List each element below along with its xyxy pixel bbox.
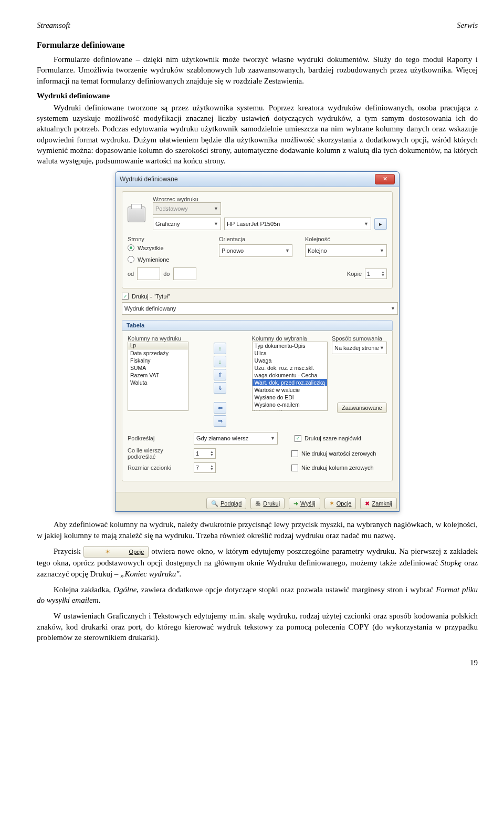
radio-wymienione[interactable] [128,256,134,263]
orient-combo[interactable]: Pionowo▼ [219,244,292,257]
rozmiar-label: Rozmiar czcionki [128,465,191,471]
list-item[interactable]: Wart. dok. przed roz.zaliczką [253,379,327,386]
radio-wymienione-label: Wymienione [138,256,169,263]
drukuj-tytul-label: Drukuj - "Tytuł" [132,293,170,300]
opcje-inline-button[interactable]: ✶Opcje [83,546,149,558]
kol-wydruk-label: Kolumny na wydruku [128,335,188,342]
podglad-button[interactable]: 🔍Podgląd [206,498,246,509]
send-icon: ➜ [293,500,298,507]
list-item[interactable]: Wartość w walucie [253,386,327,394]
list-item[interactable]: Wysłano do EDI [253,394,327,401]
dialog-wydruki: Wydruki definiowane ✕ Wzorzec wydruku Po… [115,171,400,512]
header-right: Serwis [457,21,478,30]
paragraph-2: Wydruki definiowane tworzone są przez uż… [37,102,478,167]
kol-wydruk-list[interactable]: Lp Data sprzedaży Fiskalny SUMA Razem VA… [128,342,188,411]
drukuj-tytul-check[interactable]: ✓ [122,293,129,300]
kol-wyb-list[interactable]: Typ dokumentu-Opis Ulica Uwaga Uzu. dok.… [252,342,328,411]
move-left-button[interactable]: ⇐ [214,402,226,414]
magnifier-icon: 🔍 [211,500,218,507]
section-title: Formularze definiowane [37,40,478,50]
move-right-button[interactable]: ⇒ [214,415,226,427]
printer-next-button[interactable]: ▸ [374,218,387,230]
list-header: Lp [128,342,188,349]
list-item[interactable]: Razem VAT [128,372,188,379]
zaawansowane-button[interactable]: Zaawansowane [337,403,387,413]
kol-wyb-label: Kolumny do wybrania [252,335,328,342]
od-input[interactable] [137,267,160,280]
header-left: Streamsoft [37,21,70,30]
list-item[interactable]: Ulica [253,349,327,357]
list-item[interactable]: Wysłano e-mailem [253,401,327,408]
subheading: Wydruki definiowane [37,91,478,100]
list-item[interactable]: Waluta [128,379,188,386]
sposob-label: Sposób sumowania [332,335,387,342]
paragraph-6: W ustawieniach Graficznych i Tekstowych … [37,611,478,643]
od-label: od [128,271,134,277]
niewart-label: Nie drukuj wartości zerowych [301,450,376,457]
paragraph-5: Kolejna zakładka, Ogólne, zawiera dodatk… [37,584,478,606]
kopie-label: Kopie [347,271,362,277]
opcje-button[interactable]: ✶Opcje [324,498,356,509]
kolejnosc-combo[interactable]: Kolejno▼ [305,244,387,257]
zamknij-button[interactable]: ✖Zamknij [360,498,397,509]
gear-icon: ✶ [88,548,110,556]
close-icon: ✖ [365,500,370,507]
close-icon[interactable]: ✕ [375,174,395,184]
dialog-title: Wydruki definiowane [120,176,178,183]
coile-label: Co ile wierszy podkreślać [128,447,191,460]
orient-label: Orientacja [219,236,292,242]
list-item[interactable]: Wyst. na liś.przewozowym [253,408,327,411]
coile-spinner[interactable]: 1▲▼ [194,448,216,459]
move-top-button[interactable]: ⇑ [214,369,226,380]
paragraph-3: Aby zdefiniować kolumny na wydruk, należ… [37,519,478,541]
wzorzec-combo[interactable]: Podstawowy▼ [153,202,221,215]
niewart-check[interactable] [291,450,298,457]
sposob-combo[interactable]: Na każdej stronie▼ [332,342,387,354]
printer-combo[interactable]: HP LaserJet P1505n▼ [224,218,371,230]
printer-icon: 🖶 [255,500,261,507]
drukuj-button[interactable]: 🖶Drukuj [250,498,285,509]
paragraph-1: Formularze definiowane – dzięki nim użyt… [37,54,478,86]
move-down-button[interactable]: ↓ [214,356,226,367]
list-item[interactable]: Fiskalny [128,357,188,364]
titlebar: Wydruki definiowane ✕ [116,172,399,187]
niekol-check[interactable] [291,465,298,471]
wyslij-button[interactable]: ➜Wyślij [289,498,320,509]
podkreslaj-label: Podkreślaj [128,435,191,441]
kolejnosc-label: Kolejność [305,236,387,242]
drukuj-szare-check[interactable]: ✓ [295,435,301,442]
radio-wszystkie-label: Wszystkie [138,245,164,251]
gear-icon: ✶ [329,500,334,507]
list-item[interactable]: waga dokumentu - Cecha [253,372,327,379]
page-number: 19 [37,658,478,667]
mode-combo[interactable]: Graficzny▼ [153,218,221,230]
wzorzec-label: Wzorzec wydruku [153,196,387,202]
podkreslaj-combo[interactable]: Gdy złamano wiersz▼ [194,432,278,445]
paragraph-4: Przycisk ✶Opcje otwiera nowe okno, w któ… [37,546,478,579]
printer-icon [128,207,145,222]
move-bottom-button[interactable]: ⇓ [214,382,226,394]
tabela-header: Tabela [122,320,393,331]
do-label: do [163,271,170,277]
list-item[interactable]: Uzu. dok. roz. z msc.skl. [253,364,327,372]
list-item[interactable]: Typ dokumentu-Opis [253,342,327,349]
list-item[interactable]: Uwaga [253,357,327,364]
strony-label: Strony [128,236,206,242]
niekol-label: Nie drukuj kolumn zerowych [301,465,374,471]
list-item[interactable]: SUMA [128,364,188,372]
rozmiar-spinner[interactable]: 7▲▼ [194,462,216,473]
do-input[interactable] [173,267,196,280]
list-item[interactable]: Data sprzedaży [128,349,188,357]
move-up-button[interactable]: ↑ [214,343,226,354]
kopie-spinner[interactable]: 1▲▼ [365,269,387,279]
radio-wszystkie[interactable] [128,244,134,251]
drukuj-szare-label: Drukuj szare nagłówki [304,435,361,441]
tytul-input[interactable]: Wydruk definiowany▼ [122,302,398,315]
